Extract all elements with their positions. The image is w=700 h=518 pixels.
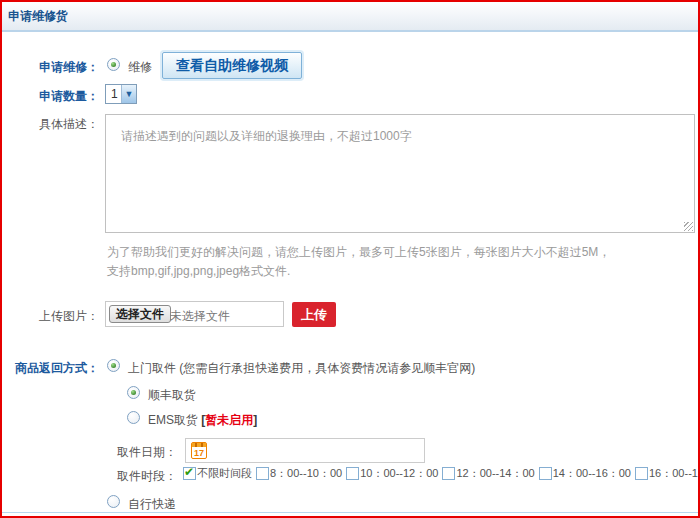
view-self-repair-video-button[interactable]: 查看自助维修视频 (162, 52, 302, 79)
calendar-icon[interactable]: 17 (191, 442, 207, 459)
pickup-time-option[interactable]: 8：00--10：00 (256, 466, 342, 481)
ems-status-bracket-close: ] (253, 413, 257, 427)
pickup-time-option[interactable]: 12：00--14：00 (442, 466, 534, 481)
pickup-time-option-label: 16：00--18：00 (649, 466, 700, 481)
choose-file-button[interactable]: 选择文件 (109, 305, 171, 323)
sf-pickup-radio[interactable] (127, 386, 140, 399)
calendar-icon-day: 17 (192, 448, 206, 458)
pickup-date-input[interactable]: 17 (185, 438, 425, 463)
pickup-time-label: 取件时段： (117, 468, 177, 485)
checkbox-icon[interactable] (442, 467, 455, 480)
pickup-time-option-label: 14：00--16：00 (553, 466, 631, 481)
self-ship-label[interactable]: 自行快递 (128, 496, 176, 513)
pickup-time-option[interactable]: 不限时间段 (183, 466, 252, 481)
door-pickup-option[interactable]: 上门取件 (您需自行承担快递费用，具体资费情况请参见顺丰官网) (128, 360, 475, 377)
upload-hint-line1: 为了帮助我们更好的解决问题，请您上传图片，最多可上传5张图片，每张图片大小不超过… (107, 243, 610, 262)
bottom-divider (2, 512, 698, 513)
door-pickup-radio[interactable] (107, 359, 120, 372)
quantity-value: 1 (106, 87, 121, 101)
checkbox-checked-icon[interactable] (183, 467, 196, 480)
ems-status-text: 暂未启用 (205, 413, 253, 427)
pickup-time-option[interactable]: 14：00--16：00 (539, 466, 631, 481)
upload-button[interactable]: 上传 (292, 302, 336, 327)
pickup-time-option[interactable]: 16：00--18：00 (635, 466, 700, 481)
description-label: 具体描述： (2, 116, 99, 133)
pickup-time-option[interactable]: 10：00--12：00 (346, 466, 438, 481)
checkbox-icon[interactable] (635, 467, 648, 480)
upload-label: 上传图片： (2, 308, 99, 325)
panel-header: 申请维修货 (2, 2, 698, 32)
pickup-time-options: 不限时间段8：00--10：0010：00--12：0012：00--14：00… (183, 466, 700, 481)
pickup-time-option-label: 不限时间段 (197, 466, 252, 481)
quantity-select[interactable]: 1 ▼ (105, 84, 137, 104)
ems-pickup-radio[interactable] (127, 411, 140, 424)
repair-radio-label[interactable]: 维修 (128, 59, 152, 76)
no-file-selected-text: 未选择文件 (170, 308, 230, 325)
pickup-time-option-label: 12：00--14：00 (456, 466, 534, 481)
file-input[interactable]: 选择文件 未选择文件 (105, 301, 284, 327)
page-title: 申请维修货 (8, 2, 68, 30)
chevron-down-icon[interactable]: ▼ (121, 85, 136, 103)
pickup-time-option-label: 8：00--10：00 (270, 466, 342, 481)
repair-radio[interactable] (107, 58, 120, 71)
description-placeholder: 请描述遇到的问题以及详细的退换理由，不超过1000字 (121, 128, 412, 145)
resize-grip-icon[interactable] (684, 222, 693, 231)
quantity-label: 申请数量： (2, 88, 99, 105)
upload-hint: 为了帮助我们更好的解决问题，请您上传图片，最多可上传5张图片，每张图片大小不超过… (107, 243, 610, 281)
sf-pickup-label[interactable]: 顺丰取货 (148, 387, 196, 404)
repair-request-panel: 申请维修货 申请维修： 维修 查看自助维修视频 申请数量： 1 ▼ 具体描述： … (0, 0, 700, 518)
door-pickup-note: (您需自行承担快递费用，具体资费情况请参见顺丰官网) (179, 361, 475, 375)
description-textarea[interactable]: 请描述遇到的问题以及详细的退换理由，不超过1000字 (105, 114, 695, 233)
checkbox-icon[interactable] (346, 467, 359, 480)
ems-pickup-option[interactable]: EMS取货 [暂未启用] (148, 412, 257, 429)
door-pickup-label: 上门取件 (128, 361, 176, 375)
repair-type-label: 申请维修： (2, 59, 99, 76)
calendar-icon-top (192, 443, 206, 447)
checkbox-icon[interactable] (539, 467, 552, 480)
upload-hint-line2: 支持bmp,gif,jpg,png,jpeg格式文件. (107, 262, 610, 281)
return-method-label: 商品返回方式： (2, 360, 99, 377)
pickup-date-label: 取件日期： (117, 444, 177, 461)
pickup-time-option-label: 10：00--12：00 (360, 466, 438, 481)
self-ship-radio[interactable] (107, 495, 120, 508)
checkbox-icon[interactable] (256, 467, 269, 480)
ems-pickup-label: EMS取货 (148, 413, 198, 427)
